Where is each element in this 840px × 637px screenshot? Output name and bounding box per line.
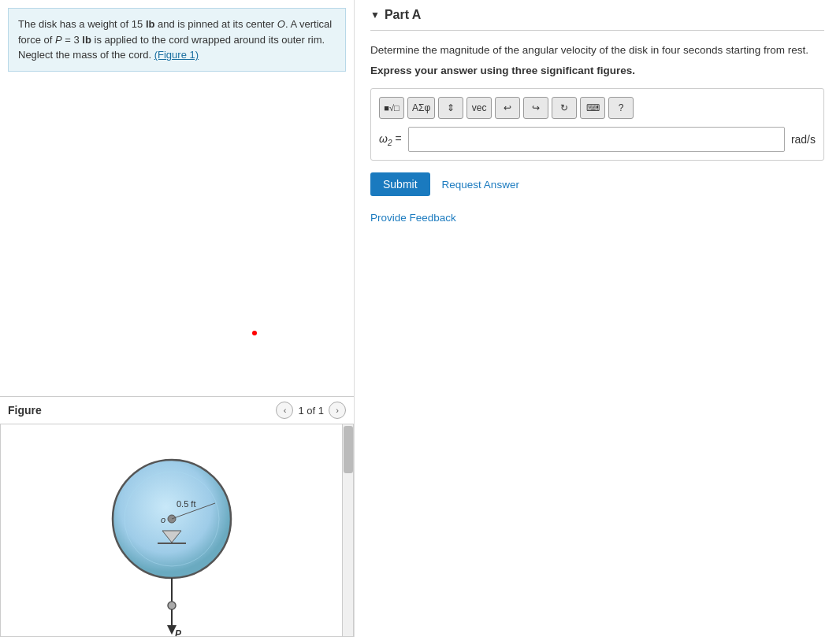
figure-image: o 0.5 ft bbox=[0, 424, 354, 637]
request-answer-link[interactable]: Request Answer bbox=[442, 179, 519, 191]
svg-text:P: P bbox=[175, 628, 182, 637]
toolbar-undo-btn[interactable]: ↩ bbox=[495, 97, 520, 119]
figure-prev-button[interactable]: ‹ bbox=[276, 402, 293, 419]
toolbar-help-btn[interactable]: ? bbox=[608, 97, 634, 119]
toolbar-arrows-btn[interactable]: ⇕ bbox=[438, 97, 463, 119]
red-dot-marker bbox=[252, 331, 257, 335]
svg-text:0.5 ft: 0.5 ft bbox=[177, 499, 195, 509]
toolbar-redo-btn[interactable]: ↪ bbox=[523, 97, 548, 119]
math-input-container: ■√□ ΑΣφ ⇕ vec ↩ ↪ ↻ bbox=[370, 88, 824, 161]
toolbar-keyboard-btn[interactable]: ⌨ bbox=[580, 97, 605, 119]
toolbar-reset-btn[interactable]: ↻ bbox=[552, 97, 577, 119]
svg-text:o: o bbox=[161, 515, 165, 524]
figure-nav-count: 1 of 1 bbox=[298, 405, 324, 417]
submit-area: Submit Request Answer bbox=[370, 172, 824, 196]
figure-section: Figure ‹ 1 of 1 › bbox=[0, 396, 354, 637]
toolbar-greek-btn[interactable]: ΑΣφ bbox=[407, 97, 435, 119]
answer-input[interactable] bbox=[408, 127, 785, 152]
math-toolbar: ■√□ ΑΣφ ⇕ vec ↩ ↪ ↻ bbox=[379, 97, 816, 119]
svg-point-9 bbox=[168, 602, 176, 609]
toolbar-vec-btn[interactable]: vec bbox=[466, 97, 492, 119]
math-input-row: ω2 = rad/s bbox=[379, 127, 816, 152]
part-title: Part A bbox=[385, 8, 422, 22]
scrollbar-thumb bbox=[344, 426, 353, 473]
figure-next-button[interactable]: › bbox=[329, 402, 346, 419]
toolbar-square-root-btn[interactable]: ■√□ bbox=[379, 97, 404, 119]
figure-header: Figure ‹ 1 of 1 › bbox=[0, 396, 354, 424]
submit-button[interactable]: Submit bbox=[370, 172, 430, 196]
math-variable-label: ω2 = bbox=[379, 132, 402, 147]
right-panel: ▼ Part A Determine the magnitude of the … bbox=[355, 0, 840, 637]
question-text: Determine the magnitude of the angular v… bbox=[370, 43, 824, 58]
collapse-triangle[interactable]: ▼ bbox=[370, 9, 380, 20]
figure-1-link[interactable]: (Figure 1) bbox=[154, 49, 199, 61]
figure-label: Figure bbox=[8, 404, 42, 417]
provide-feedback-link[interactable]: Provide Feedback bbox=[370, 212, 824, 224]
math-unit-label: rad/s bbox=[791, 133, 816, 146]
figure-nav: ‹ 1 of 1 › bbox=[276, 402, 346, 419]
figure-scrollbar[interactable] bbox=[342, 424, 353, 636]
disk-svg: o 0.5 ft bbox=[93, 432, 251, 637]
part-header: ▼ Part A bbox=[370, 8, 824, 31]
disk-diagram: o 0.5 ft bbox=[1, 424, 342, 636]
left-panel: The disk has a weight of 15 lb and is pi… bbox=[0, 0, 355, 637]
question-instruction: Express your answer using three signific… bbox=[370, 65, 824, 76]
problem-statement: The disk has a weight of 15 lb and is pi… bbox=[8, 8, 346, 72]
